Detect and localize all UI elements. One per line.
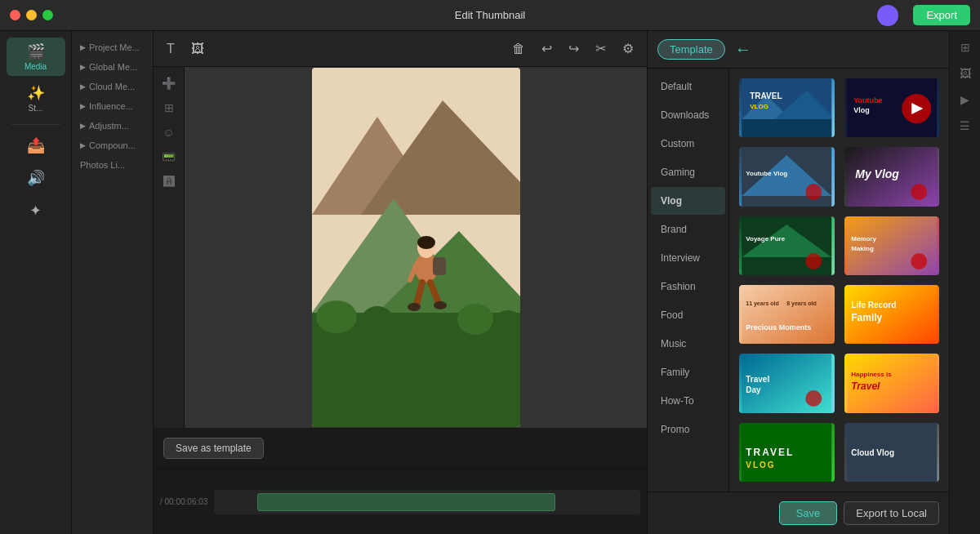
svg-text:Youtube Vlog: Youtube Vlog: [746, 170, 787, 177]
template-thumb-last: Cloud Vlog: [844, 423, 940, 483]
category-item-family[interactable]: Family: [651, 358, 725, 386]
panel-photos[interactable]: Photos Li...: [72, 155, 153, 175]
svg-point-12: [417, 236, 435, 249]
text-add-icon[interactable]: 🅰: [160, 171, 178, 191]
category-item-interview[interactable]: Interview: [651, 244, 725, 272]
export-button[interactable]: Export: [913, 5, 970, 25]
category-gaming-label: Gaming: [661, 167, 695, 178]
category-item-fashion[interactable]: Fashion: [651, 273, 725, 300]
category-item-promo[interactable]: Promo: [651, 416, 725, 443]
category-promo-label: Promo: [661, 424, 689, 435]
svg-text:Happiness is: Happiness is: [851, 371, 892, 378]
sidebar-effects[interactable]: ✦: [7, 197, 65, 226]
sidebar-tab-style[interactable]: ✨ St...: [7, 79, 65, 118]
play-icon[interactable]: ▶: [957, 90, 973, 109]
list-view-icon[interactable]: ☰: [956, 116, 973, 136]
template-thumb-journey: Travel Day: [739, 354, 835, 414]
sticker-icon[interactable]: ☺: [159, 122, 177, 142]
chevron-icon-4: ▶: [80, 102, 86, 110]
redo-icon[interactable]: ↪: [565, 38, 582, 60]
template-item-travel-vlog2[interactable]: TRAVEL VLOG Travel Vlog: [737, 421, 836, 483]
template-item-time-to-vlog[interactable]: TRAVEL VLOG Time To Vlog: [737, 77, 836, 139]
canvas-image[interactable]: [312, 68, 520, 427]
save-button[interactable]: Save: [779, 501, 838, 525]
save-as-template-button[interactable]: Save as template: [163, 438, 264, 459]
template-item-journey[interactable]: Travel Day Journey Journal: [737, 352, 836, 414]
far-right-panel: ⊞ 🖼 ▶ ☰: [949, 31, 980, 534]
template-thumb-my-vlog: My Vlog: [844, 147, 940, 207]
layout-icon[interactable]: ⊞: [161, 98, 177, 118]
svg-text:Youtube: Youtube: [853, 96, 882, 105]
svg-point-8: [457, 304, 493, 335]
sidebar-audio[interactable]: 🔊: [7, 164, 65, 194]
panel-project[interactable]: ▶ Project Me...: [72, 38, 153, 57]
category-item-food[interactable]: Food: [651, 301, 725, 329]
category-item-custom[interactable]: Custom: [651, 130, 725, 158]
template-item-memory[interactable]: Memory Making Memory Making: [843, 215, 942, 277]
template-thumb-yt-vlog2: Youtube Vlog: [739, 147, 835, 207]
left-sidebar: 🎬 Media ✨ St... 📤 🔊 ✦: [0, 31, 72, 534]
panel-project-label: Project Me...: [89, 42, 140, 52]
undo-icon[interactable]: ↩: [538, 38, 555, 60]
panel-influence[interactable]: ▶ Influence...: [72, 96, 153, 116]
minimize-button[interactable]: [26, 10, 37, 20]
svg-text:Family: Family: [851, 312, 882, 323]
category-item-downloads[interactable]: Downloads: [651, 101, 725, 129]
panel-cloud[interactable]: ▶ Cloud Me...: [72, 77, 153, 96]
template-item-my-vlog[interactable]: My Vlog YouTube Vlog Thumb...: [843, 145, 942, 207]
panel-cloud-label: Cloud Me...: [89, 82, 135, 91]
canvas-region: ➕ ⊞ ☺ 📟 🅰: [154, 67, 647, 428]
maximize-button[interactable]: [42, 10, 53, 20]
template-item-yt-vlog2[interactable]: Youtube Vlog YouTube Vlog Thumb...: [737, 145, 836, 207]
category-item-default[interactable]: Default: [651, 73, 725, 100]
gif-icon[interactable]: 📟: [158, 147, 179, 167]
crop-icon[interactable]: ✂: [592, 38, 609, 60]
text-tool-icon[interactable]: T: [163, 38, 178, 60]
grid-view-icon[interactable]: ⊞: [957, 38, 973, 57]
template-item-precious[interactable]: 11 years old 8 years old Precious Moment…: [737, 283, 836, 345]
sidebar-tab-style-label: St...: [29, 104, 43, 113]
template-thumb-yt-vlog3: Voyage Pure: [739, 216, 835, 277]
category-item-music[interactable]: Music: [651, 330, 725, 358]
template-item-last[interactable]: Cloud Vlog ...: [843, 421, 942, 483]
svg-text:Memory: Memory: [851, 235, 876, 243]
delete-icon[interactable]: 🗑: [509, 38, 528, 60]
category-item-gaming[interactable]: Gaming: [651, 158, 725, 186]
template-item-yt-vlog1[interactable]: Youtube Vlog YouTube Vlog Thumb...: [843, 77, 942, 139]
chevron-icon-3: ▶: [80, 82, 86, 91]
panel-compound[interactable]: ▶ Compoun...: [72, 136, 153, 155]
category-music-label: Music: [661, 338, 686, 349]
template-tab-button[interactable]: Template: [657, 39, 725, 60]
sidebar-divider: [11, 124, 60, 125]
add-media-icon[interactable]: ➕: [158, 73, 179, 93]
panel-adjustment-label: Adjustm...: [89, 121, 129, 131]
template-thumb-memory: Memory Making: [844, 216, 940, 277]
panel-global-label: Global Me...: [89, 62, 137, 72]
category-item-brand[interactable]: Brand: [651, 216, 725, 243]
export-local-button[interactable]: Export to Local: [844, 501, 939, 525]
sidebar-export[interactable]: 📤: [7, 131, 65, 161]
chevron-icon-5: ▶: [80, 122, 86, 130]
image-tool-icon[interactable]: 🖼: [188, 38, 207, 60]
category-item-vlog[interactable]: Vlog: [651, 187, 725, 215]
template-item-warm[interactable]: Life Record Family Warm Connections: [843, 283, 942, 345]
panel-adjustment[interactable]: ▶ Adjustm...: [72, 116, 153, 136]
svg-point-41: [805, 253, 822, 269]
template-item-travel-vibes[interactable]: Happiness is Travel Travel Vibes: [843, 352, 942, 414]
svg-rect-13: [433, 257, 446, 275]
canvas-area: T 🖼 🗑 ↩ ↪ ✂ ⚙ ➕ ⊞ ☺ 📟 🅰: [154, 31, 647, 534]
category-item-howto[interactable]: How-To: [651, 387, 725, 415]
time-display: / 00:00:06:03: [160, 497, 207, 506]
sidebar-tab-media[interactable]: 🎬 Media: [7, 38, 65, 76]
panel-global[interactable]: ▶ Global Me...: [72, 57, 153, 77]
svg-text:My Vlog: My Vlog: [855, 167, 899, 180]
template-grid: TRAVEL VLOG Time To Vlog Youtube Vlog: [729, 69, 949, 492]
timeline-track-video[interactable]: [214, 490, 640, 514]
image-view-icon[interactable]: 🖼: [956, 64, 974, 83]
svg-text:Vlog: Vlog: [853, 106, 870, 114]
svg-text:VLOG: VLOG: [750, 103, 768, 110]
template-item-yt-vlog3[interactable]: Voyage Pure YouTube Vlog Thumb . Memory …: [737, 215, 836, 277]
close-button[interactable]: [10, 10, 20, 20]
settings-icon[interactable]: ⚙: [619, 38, 637, 60]
svg-text:Precious Moments: Precious Moments: [746, 323, 811, 332]
